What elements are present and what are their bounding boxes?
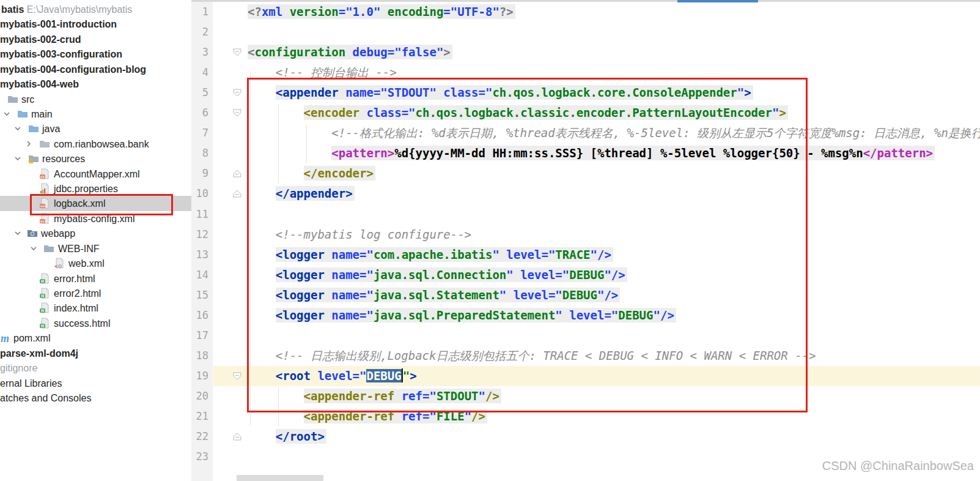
- top-scroll-thumb[interactable]: [677, 0, 758, 2]
- tree-item-label: gitignore: [0, 362, 37, 375]
- tree-row-src[interactable]: src: [0, 92, 191, 107]
- tree-row-main[interactable]: main: [0, 106, 191, 122]
- code-line-1[interactable]: <?xml version="1.0" encoding="UTF-8"?>: [248, 2, 515, 22]
- annotation-box-editor: [247, 78, 808, 412]
- tree-row-mybatis-003-configuration[interactable]: mybatis-003-configuration: [0, 47, 191, 62]
- tree-row-parse-xml-dom4j[interactable]: parse-xml-dom4j: [0, 346, 191, 361]
- partial-code-line: [237, 475, 323, 481]
- line-number: 23: [186, 447, 208, 467]
- tree-item-label: WEB-INF: [58, 242, 100, 255]
- code-line-22[interactable]: </root>: [248, 427, 326, 447]
- svg-text:H: H: [41, 278, 44, 283]
- top-scroll-track: [191, 0, 980, 2]
- tree-item-label: mybatis-001-introduction: [0, 18, 117, 31]
- tree-item-label: index.html: [54, 302, 98, 315]
- tree-row-error2-html[interactable]: Herror2.html: [0, 286, 191, 301]
- tree-row-webapp[interactable]: webapp: [0, 226, 191, 241]
- tree-item-label: resources: [42, 152, 85, 165]
- tree-row-index-html[interactable]: Hindex.html: [0, 300, 191, 316]
- fold-marker-down-icon[interactable]: [232, 371, 242, 381]
- tree-row-java[interactable]: java: [0, 121, 191, 136]
- code-text: </root>: [276, 429, 326, 444]
- tree-row-web-inf[interactable]: WEB-INF: [0, 241, 191, 256]
- line-number: 4: [186, 62, 208, 83]
- chevron-down-icon[interactable]: [13, 124, 23, 133]
- tree-row-mybatis-001-introduction[interactable]: mybatis-001-introduction: [0, 17, 191, 32]
- folder-icon: [7, 94, 18, 105]
- tree-item-label: src: [21, 93, 34, 106]
- folder-blue-icon: [28, 123, 39, 134]
- tree-row-mybatis-002-crud[interactable]: mybatis-002-crud: [0, 32, 191, 47]
- tree-item-label: AccountMapper.xml: [54, 168, 140, 181]
- line-number: 14: [186, 265, 208, 285]
- fold-marker-up-icon[interactable]: [232, 432, 242, 441]
- line-number: 3: [186, 42, 208, 62]
- line-number: 10: [186, 184, 208, 204]
- tree-row-atches-and-consoles[interactable]: atches and Consoles: [0, 390, 191, 406]
- tree-item-label: parse-xml-dom4j: [0, 347, 78, 360]
- ide-window: batis E:\Java\mybatis\mybatismybatis-001…: [0, 0, 980, 481]
- resources-folder-icon: [28, 153, 39, 164]
- html-file-icon: H: [39, 302, 50, 313]
- tree-row-ernal-libraries[interactable]: ernal Libraries: [0, 376, 191, 391]
- html-file-icon: H: [39, 273, 50, 284]
- webxml-file-icon: <: [54, 258, 65, 269]
- fold-marker-down-icon[interactable]: [232, 48, 242, 57]
- svg-text:H: H: [41, 294, 44, 298]
- line-number: 22: [186, 427, 208, 447]
- tree-row-resources[interactable]: resources: [0, 151, 191, 166]
- tree-row-com-rianbowsea-bank[interactable]: com.rianbowsea.bank: [0, 136, 191, 152]
- chevron-down-icon[interactable]: [13, 154, 23, 163]
- tree-item-label: success.html: [54, 317, 110, 330]
- line-number: 20: [186, 386, 208, 406]
- chevron-right-icon[interactable]: [24, 139, 34, 149]
- tree-item-label: atches and Consoles: [0, 392, 91, 405]
- code-text: <?xml version="1.0" encoding="UTF-8"?>: [248, 4, 515, 19]
- line-number: 2: [186, 22, 208, 42]
- tree-row-error-html[interactable]: Herror.html: [0, 271, 191, 286]
- tree-item-label: ernal Libraries: [0, 377, 62, 390]
- svg-text:<: <: [54, 263, 58, 269]
- line-number: 12: [186, 225, 208, 245]
- line-number: 21: [186, 406, 208, 427]
- fold-marker-down-icon[interactable]: [232, 108, 242, 117]
- tree-row-batis[interactable]: batis E:\Java\mybatis\mybatis: [0, 2, 191, 17]
- tree-item-label: batis E:\Java\mybatis\mybatis: [1, 3, 132, 16]
- svg-text:H: H: [41, 308, 44, 313]
- html-file-icon: H: [39, 288, 50, 299]
- line-number: 19: [186, 366, 208, 386]
- tree-row-mybatis-004-web[interactable]: mybatis-004-web: [0, 76, 191, 92]
- tree-row-mybatis-004-configuration-blog[interactable]: mybatis-004-configuration-blog: [0, 62, 191, 77]
- line-number: 8: [186, 143, 208, 163]
- tree-row-pom-xml[interactable]: mpom.xml: [0, 330, 191, 346]
- code-line-3[interactable]: <configuration debug="false">: [248, 42, 452, 62]
- fold-marker-up-icon[interactable]: [232, 169, 242, 178]
- project-tree-panel: batis E:\Java\mybatis\mybatismybatis-001…: [0, 0, 191, 481]
- svg-text:H: H: [41, 324, 44, 328]
- chevron-down-icon[interactable]: [13, 228, 23, 238]
- tree-item-label: jdbc.properties: [54, 182, 118, 195]
- code-text: <configuration debug="false">: [248, 45, 452, 59]
- html-file-icon: H: [39, 318, 50, 329]
- tree-row-success-html[interactable]: Hsuccess.html: [0, 316, 191, 331]
- tree-item-label: main: [31, 108, 53, 121]
- tree-item-label: error2.html: [54, 287, 101, 300]
- tree-item-label: java: [42, 122, 60, 135]
- tree-item-label: error.html: [54, 272, 95, 285]
- chevron-down-icon[interactable]: [2, 109, 12, 119]
- line-number: 9: [186, 163, 208, 184]
- chevron-down-icon[interactable]: [29, 244, 39, 253]
- webapp-folder-icon: [27, 228, 38, 239]
- tree-row-gitignore[interactable]: gitignore: [0, 360, 191, 376]
- fold-marker-down-icon[interactable]: [232, 88, 242, 97]
- properties-file-icon: [39, 183, 50, 194]
- line-number: 1: [186, 2, 208, 22]
- tree-item-label: com.rianbowsea.bank: [54, 138, 149, 151]
- line-number: 7: [186, 123, 208, 143]
- fold-marker-up-icon[interactable]: [232, 189, 242, 198]
- watermark: CSDN @ChinaRainbowSea: [822, 459, 974, 473]
- tree-row-accountmapper-xml[interactable]: <>AccountMapper.xml: [0, 166, 191, 182]
- line-number: 17: [186, 326, 208, 346]
- tree-row-web-xml[interactable]: <web.xml: [0, 256, 191, 271]
- line-number: 15: [186, 285, 208, 305]
